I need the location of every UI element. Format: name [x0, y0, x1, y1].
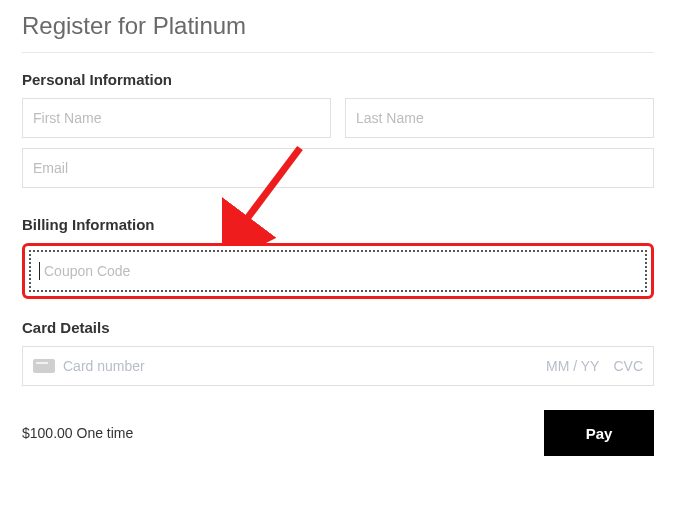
text-caret: [39, 262, 40, 280]
email-field[interactable]: [22, 148, 654, 188]
pay-button[interactable]: Pay: [544, 410, 654, 456]
divider: [22, 52, 654, 53]
card-number-placeholder: Card number: [63, 358, 145, 374]
first-name-field[interactable]: [22, 98, 331, 138]
coupon-highlight: Coupon Code: [22, 243, 654, 299]
billing-info-header: Billing Information: [22, 216, 654, 233]
card-details-field[interactable]: Card number MM / YY CVC: [22, 346, 654, 386]
last-name-field[interactable]: [345, 98, 654, 138]
page-title: Register for Platinum: [22, 12, 654, 40]
personal-info-header: Personal Information: [22, 71, 654, 88]
card-icon: [33, 359, 55, 373]
card-details-header: Card Details: [22, 319, 654, 336]
price-text: $100.00 One time: [22, 425, 133, 441]
coupon-code-field[interactable]: Coupon Code: [29, 250, 647, 292]
card-cvc-placeholder: CVC: [613, 358, 643, 374]
card-expiry-placeholder: MM / YY: [546, 358, 599, 374]
coupon-placeholder: Coupon Code: [44, 263, 130, 279]
